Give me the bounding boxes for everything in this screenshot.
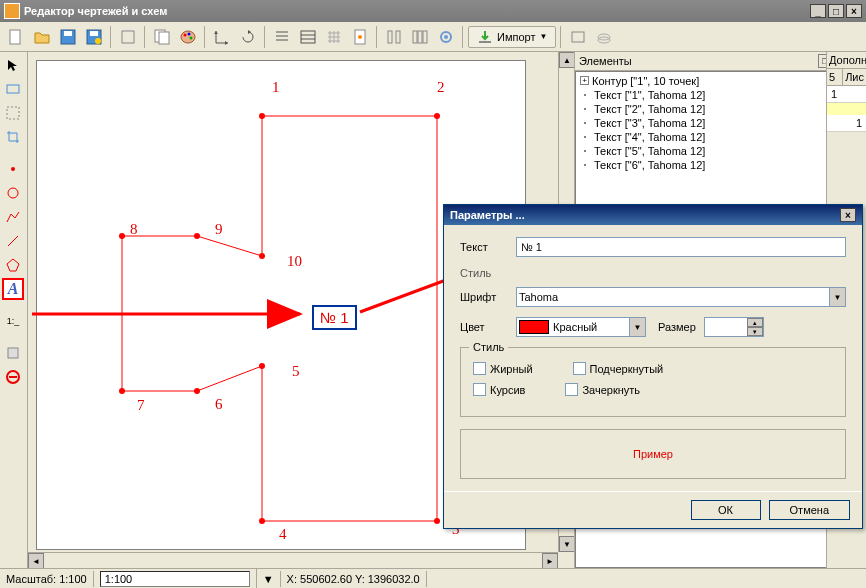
spinner-up-icon[interactable]: ▲ (747, 318, 763, 327)
scroll-right-icon[interactable]: ► (542, 553, 558, 568)
color-swatch (519, 320, 549, 334)
style-section-label: Стиль (460, 267, 846, 279)
text-field-label: Текст (460, 241, 516, 253)
vertex-dot (259, 363, 265, 369)
svg-rect-4 (90, 31, 98, 36)
chevron-down-icon: ▼ (539, 32, 547, 41)
scroll-down-icon[interactable]: ▼ (559, 536, 574, 552)
vertex-dot (119, 233, 125, 239)
size-field-label: Размер (658, 321, 696, 333)
select-tool-icon[interactable] (2, 102, 24, 124)
text-object[interactable]: № 1 (312, 305, 357, 330)
svg-rect-18 (413, 31, 417, 43)
svg-point-10 (184, 33, 187, 36)
vertex-label: 4 (279, 526, 287, 543)
fill-tool-icon[interactable] (2, 342, 24, 364)
tree-item[interactable]: Текст ["3", Tahoma 12] (578, 116, 863, 130)
list2-icon[interactable] (296, 25, 320, 49)
polygon-tool-icon[interactable] (2, 254, 24, 276)
dialog-titlebar[interactable]: Параметры ... × (444, 205, 862, 225)
palette-icon[interactable] (176, 25, 200, 49)
tree-item[interactable]: Текст ["2", Tahoma 12] (578, 102, 863, 116)
vertex-dot (434, 113, 440, 119)
text-tool-icon[interactable]: A (2, 278, 24, 300)
columns-icon[interactable] (382, 25, 406, 49)
scale-input[interactable] (100, 571, 250, 587)
cancel-button[interactable]: Отмена (769, 500, 850, 520)
close-button[interactable]: × (846, 4, 862, 18)
strike-checkbox[interactable] (565, 383, 578, 396)
polyline-tool-icon[interactable] (2, 206, 24, 228)
bold-checkbox[interactable] (473, 362, 486, 375)
import-button[interactable]: Импорт ▼ (468, 26, 556, 48)
underline-checkbox[interactable] (573, 362, 586, 375)
circle-tool-icon[interactable] (2, 182, 24, 204)
rect-tool-icon[interactable] (2, 78, 24, 100)
svg-rect-27 (7, 85, 19, 93)
list-icon[interactable] (270, 25, 294, 49)
svg-marker-33 (122, 116, 437, 521)
copy-icon[interactable] (150, 25, 174, 49)
horizontal-scrollbar[interactable]: ◄ ► (28, 552, 558, 568)
italic-checkbox[interactable] (473, 383, 486, 396)
preview-box: Пример (460, 429, 846, 479)
tree-item[interactable]: Текст ["5", Tahoma 12] (578, 144, 863, 158)
grid-icon[interactable] (322, 25, 346, 49)
save-icon[interactable] (56, 25, 80, 49)
svg-point-12 (190, 36, 193, 39)
pointer-tool-icon[interactable] (2, 54, 24, 76)
scroll-left-icon[interactable]: ◄ (28, 553, 44, 568)
svg-rect-24 (572, 32, 584, 42)
open-icon[interactable] (30, 25, 54, 49)
tool-x1-icon[interactable] (566, 25, 590, 49)
tree-item[interactable]: Текст ["1", Tahoma 12] (578, 88, 863, 102)
tool-x2-icon[interactable] (592, 25, 616, 49)
save-as-icon[interactable] (82, 25, 106, 49)
chevron-down-icon: ▼ (629, 318, 645, 336)
scroll-up-icon[interactable]: ▲ (559, 52, 574, 68)
font-select[interactable]: Tahoma ▼ (516, 287, 846, 307)
delete-tool-icon[interactable] (2, 366, 24, 388)
scale-dropdown-icon[interactable]: ▼ (257, 571, 281, 587)
tree-item[interactable]: Текст ["4", Tahoma 12] (578, 130, 863, 144)
vertex-dot (194, 388, 200, 394)
tree-item[interactable]: Текст ["6", Tahoma 12] (578, 158, 863, 172)
window-title: Редактор чертежей и схем (24, 5, 810, 17)
tool-a-icon[interactable] (116, 25, 140, 49)
svg-rect-28 (7, 107, 19, 119)
restore-button[interactable]: □ (828, 4, 844, 18)
properties-dialog: Параметры ... × Текст Стиль Шрифт Tahoma… (443, 204, 863, 529)
vertex-label: 9 (215, 221, 223, 238)
svg-point-5 (95, 38, 101, 44)
svg-point-29 (11, 167, 15, 171)
vertex-label: 8 (130, 221, 138, 238)
tree-item[interactable]: +Контур ["1", 10 точек] (578, 74, 863, 88)
vertex-dot (259, 253, 265, 259)
text-input[interactable] (516, 237, 846, 257)
axes-icon[interactable] (210, 25, 234, 49)
rotate-icon[interactable] (236, 25, 260, 49)
app-icon (4, 3, 20, 19)
doc-icon[interactable] (348, 25, 372, 49)
point-tool-icon[interactable] (2, 158, 24, 180)
color-field-label: Цвет (460, 321, 516, 333)
main-toolbar: Импорт ▼ (0, 22, 866, 52)
color-select[interactable]: Красный ▼ (516, 317, 646, 337)
crop-tool-icon[interactable] (2, 126, 24, 148)
size-spinner[interactable]: 12 ▲ ▼ (704, 317, 764, 337)
svg-rect-0 (10, 30, 20, 44)
minimize-button[interactable]: _ (810, 4, 826, 18)
line-tool-icon[interactable] (2, 230, 24, 252)
vertex-label: 7 (137, 397, 145, 414)
ok-button[interactable]: ОК (691, 500, 761, 520)
gear-icon[interactable] (434, 25, 458, 49)
svg-rect-17 (396, 31, 400, 43)
new-icon[interactable] (4, 25, 28, 49)
dimension-tool-icon[interactable]: 1:_ (2, 310, 24, 332)
spinner-down-icon[interactable]: ▼ (747, 327, 763, 336)
svg-rect-13 (301, 31, 315, 43)
svg-rect-16 (388, 31, 392, 43)
svg-rect-2 (64, 31, 72, 36)
columns2-icon[interactable] (408, 25, 432, 49)
dialog-close-button[interactable]: × (840, 208, 856, 222)
